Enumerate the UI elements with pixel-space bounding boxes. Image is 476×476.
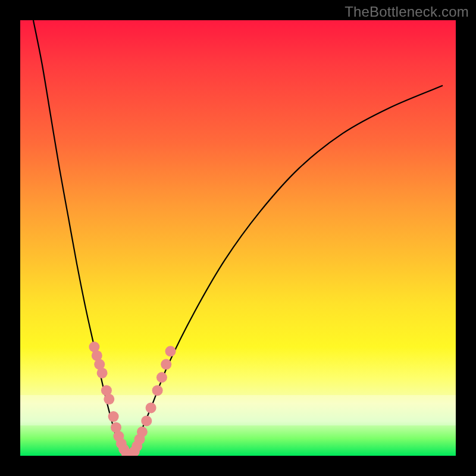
data-marker [126,449,137,456]
data-marker [131,441,142,452]
data-marker [108,411,119,422]
data-marker [104,394,114,405]
chart-frame: TheBottleneck.com [0,0,476,476]
curve-bottleneck-right [129,86,443,456]
data-marker [113,431,124,441]
data-marker [118,444,129,455]
data-marker [161,359,171,369]
balance-band [20,395,456,425]
watermark-text: TheBottleneck.com [345,4,469,20]
data-marker [156,372,167,383]
data-marker [89,342,99,352]
data-marker [124,450,134,456]
data-marker [101,385,112,396]
data-marker [137,427,148,437]
plot-area [20,20,456,456]
data-marker [146,402,156,413]
curve-bottleneck-left [33,20,129,456]
data-marker [152,385,163,396]
data-marker [134,434,145,444]
data-marker [165,346,176,356]
data-marker [94,359,105,369]
bottleneck-curve [20,20,456,456]
data-marker [121,448,132,456]
data-marker [141,415,152,426]
data-marker [97,368,108,378]
data-marker [129,446,140,456]
data-marker [92,350,102,361]
data-marker [111,422,121,433]
data-marker [116,439,127,449]
